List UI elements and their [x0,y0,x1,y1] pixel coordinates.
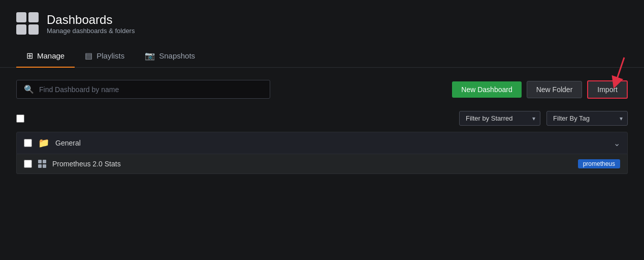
tab-manage[interactable]: ⊞ Manage [16,45,75,68]
arrow-indicator [596,55,632,91]
filter-row: Filter by Starred Filter By Tag [16,111,628,126]
filter-starred-wrapper: Filter by Starred [459,111,540,126]
dashboard-grid-icon [38,160,46,168]
import-button-wrapper: Import [587,80,628,99]
filter-starred-select[interactable]: Filter by Starred [459,111,540,126]
new-dashboard-button[interactable]: New Dashboard [452,81,521,98]
page-header: Dashboards Manage dashboards & folders [0,0,644,45]
header-text: Dashboards Manage dashboards & folders [47,13,135,35]
folder-name: General [55,139,607,147]
app-logo [16,12,39,35]
tabs-bar: ⊞ Manage ▤ Playlists 📷 Snapshots [0,45,644,68]
filter-tag-select[interactable]: Filter By Tag [546,111,628,126]
tab-playlists[interactable]: ▤ Playlists [75,45,135,68]
folder-checkbox[interactable] [24,139,32,147]
snapshots-icon: 📷 [145,51,155,61]
folder-icon: 📁 [38,137,49,149]
tab-manage-label: Manage [37,51,65,60]
manage-icon: ⊞ [26,51,33,61]
action-buttons: New Dashboard New Folder Import [452,80,628,99]
master-checkbox[interactable] [16,114,24,123]
tab-snapshots-label: Snapshots [159,51,195,60]
chevron-down-icon: ⌄ [614,138,620,148]
dashboard-row-prometheus[interactable]: Prometheus 2.0 Stats prometheus [16,154,628,174]
tag-badge-prometheus[interactable]: prometheus [578,159,620,168]
top-bar: 🔍 New Dashboard New Folder Import [16,80,628,99]
new-folder-button[interactable]: New Folder [527,81,583,98]
svg-line-0 [616,57,624,83]
page-title: Dashboards [47,13,135,27]
main-content: 🔍 New Dashboard New Folder Import [0,68,644,186]
search-container: 🔍 [16,80,270,99]
search-input[interactable] [39,85,263,94]
dashboard-name: Prometheus 2.0 Stats [52,160,572,168]
page-subtitle: Manage dashboards & folders [47,27,135,35]
playlists-icon: ▤ [85,51,92,61]
filter-tag-wrapper: Filter By Tag [546,111,628,126]
search-icon: 🔍 [24,84,34,94]
tab-playlists-label: Playlists [96,51,124,60]
dashboard-checkbox[interactable] [24,160,32,168]
folder-row-general[interactable]: 📁 General ⌄ [16,132,628,154]
tab-snapshots[interactable]: 📷 Snapshots [135,45,205,68]
